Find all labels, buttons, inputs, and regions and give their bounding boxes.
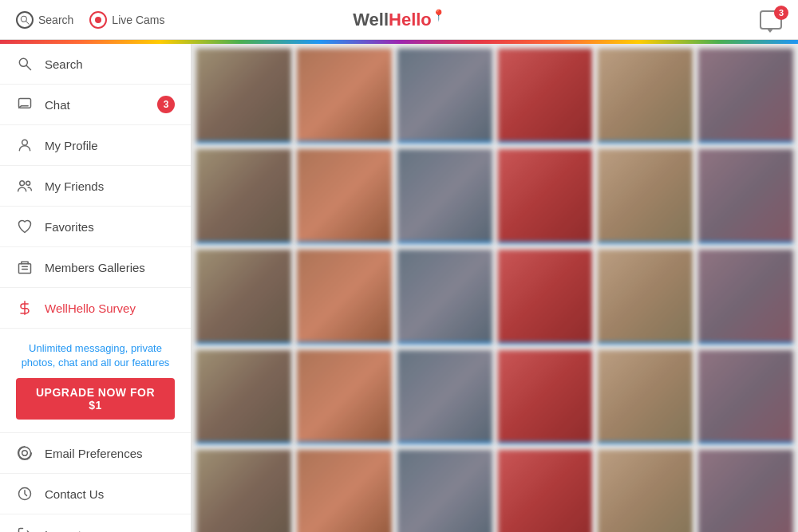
- photo-cell[interactable]: [596, 349, 694, 447]
- photo-cell[interactable]: [496, 248, 595, 346]
- sidebar-item-friends[interactable]: My Friends: [0, 166, 191, 207]
- profile-icon: [16, 136, 34, 154]
- photo-cell[interactable]: [195, 148, 293, 246]
- photo-cell[interactable]: [295, 248, 393, 346]
- search-nav-label: Search: [38, 14, 73, 26]
- svg-point-13: [19, 447, 31, 459]
- livecams-icon: [89, 11, 107, 29]
- chat-nav-btn[interactable]: 3: [760, 10, 782, 30]
- heart-icon: [16, 218, 34, 235]
- photo-cell[interactable]: [697, 148, 795, 246]
- upgrade-section: Unlimited messaging, private photos, cha…: [0, 329, 191, 433]
- sidebar-item-galleries[interactable]: Members Galleries: [0, 247, 191, 288]
- sidebar-item-logout[interactable]: Logout: [0, 514, 191, 532]
- main-content: [192, 44, 798, 532]
- sidebar-survey-label: WellHello Survey: [45, 301, 136, 315]
- top-nav-left: Search Live Cams: [16, 11, 165, 29]
- promo-text: Unlimited messaging, private photos, cha…: [16, 341, 175, 370]
- livecams-nav-btn[interactable]: Live Cams: [89, 11, 164, 29]
- svg-point-12: [22, 451, 28, 456]
- sidebar-favorites-label: Favorites: [45, 220, 94, 234]
- photo-cell[interactable]: [295, 148, 393, 246]
- photo-cell[interactable]: [496, 148, 595, 246]
- logo-hello: Hello: [389, 10, 432, 30]
- sidebar-email-prefs-label: Email Preferences: [45, 447, 143, 460]
- svg-point-0: [21, 16, 26, 22]
- upgrade-button[interactable]: UPGRADE NOW FOR $1: [16, 378, 175, 420]
- top-nav: Search Live Cams WellHello📍 3: [0, 0, 798, 40]
- sidebar-item-survey[interactable]: WellHello Survey: [0, 288, 191, 329]
- svg-point-6: [20, 181, 25, 186]
- galleries-icon: [16, 258, 34, 276]
- chat-icon: [16, 96, 34, 113]
- photo-cell[interactable]: [396, 248, 494, 346]
- photo-cell[interactable]: [697, 248, 795, 346]
- photo-cell[interactable]: [697, 349, 795, 447]
- top-nav-right: 3: [760, 10, 782, 30]
- friends-icon: [16, 177, 34, 195]
- photo-cell[interactable]: [697, 448, 795, 532]
- sidebar-item-contact[interactable]: Contact Us: [0, 474, 191, 514]
- photo-cell[interactable]: [396, 47, 494, 145]
- photo-cell[interactable]: [496, 448, 595, 532]
- search-icon: [16, 11, 34, 29]
- photo-cell[interactable]: [697, 47, 795, 145]
- photo-cell[interactable]: [496, 349, 595, 447]
- photo-cell[interactable]: [396, 148, 494, 246]
- photo-cell[interactable]: [596, 448, 694, 532]
- svg-point-5: [22, 140, 28, 145]
- photo-cell[interactable]: [295, 349, 393, 447]
- photo-cell[interactable]: [295, 448, 393, 532]
- logout-icon: [16, 526, 34, 532]
- email-icon: [16, 444, 34, 462]
- logo-pin-icon: 📍: [432, 9, 445, 22]
- search-nav-btn[interactable]: Search: [16, 11, 73, 29]
- photo-grid: [195, 47, 795, 532]
- sidebar-chat-label: Chat: [45, 98, 70, 112]
- svg-rect-8: [19, 264, 31, 274]
- sidebar-item-chat[interactable]: Chat 3: [0, 85, 191, 125]
- photo-cell[interactable]: [195, 448, 293, 532]
- sidebar-profile-label: My Profile: [45, 139, 98, 152]
- contact-icon: [16, 485, 34, 502]
- sidebar: Search Chat 3 My Profile My Friends: [0, 44, 192, 532]
- photo-cell[interactable]: [195, 47, 293, 145]
- photo-cell[interactable]: [396, 349, 494, 447]
- sidebar-item-email-prefs[interactable]: Email Preferences: [0, 433, 191, 474]
- logo[interactable]: WellHello📍: [353, 9, 445, 30]
- photo-cell[interactable]: [295, 47, 393, 145]
- chat-badge: 3: [774, 6, 788, 20]
- svg-point-7: [26, 181, 30, 185]
- svg-point-2: [19, 58, 27, 66]
- sidebar-galleries-label: Members Galleries: [45, 261, 145, 274]
- logo-well: Well: [353, 10, 389, 30]
- sidebar-item-favorites[interactable]: Favorites: [0, 207, 191, 247]
- photo-cell[interactable]: [496, 47, 595, 145]
- photo-cell[interactable]: [396, 448, 494, 532]
- photo-cell[interactable]: [195, 349, 293, 447]
- sidebar-item-search[interactable]: Search: [0, 44, 191, 85]
- livecams-nav-label: Live Cams: [112, 14, 164, 26]
- sidebar-friends-label: My Friends: [45, 179, 104, 193]
- photo-cell[interactable]: [596, 47, 694, 145]
- main-layout: Search Chat 3 My Profile My Friends: [0, 44, 798, 532]
- search-icon: [16, 55, 34, 73]
- sidebar-logout-label: Logout: [45, 528, 81, 532]
- svg-line-3: [27, 66, 31, 70]
- svg-line-1: [26, 21, 30, 24]
- sidebar-item-profile[interactable]: My Profile: [0, 125, 191, 166]
- dollar-icon: [16, 299, 34, 317]
- sidebar-contact-label: Contact Us: [45, 487, 104, 501]
- photo-cell[interactable]: [596, 248, 694, 346]
- sidebar-search-label: Search: [45, 57, 83, 71]
- photo-cell[interactable]: [596, 148, 694, 246]
- chat-badge: 3: [157, 96, 175, 113]
- photo-cell[interactable]: [195, 248, 293, 346]
